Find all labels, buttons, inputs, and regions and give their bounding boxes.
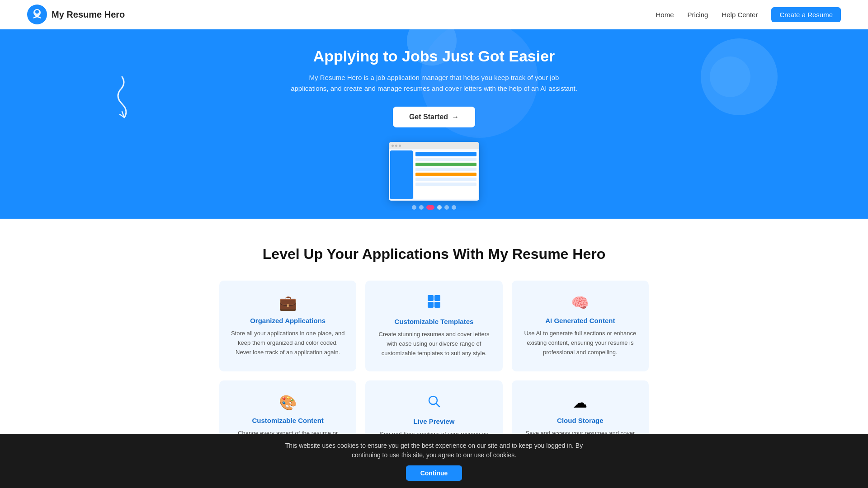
- screenshot-main: [414, 150, 478, 199]
- palette-icon: 🎨: [230, 394, 345, 411]
- features-title: Level Up Your Applications With My Resum…: [36, 246, 832, 263]
- hero-screenshot-area: [389, 142, 479, 210]
- carousel-dot-5[interactable]: [444, 205, 449, 210]
- hero-subtitle: My Resume Hero is a job application mana…: [289, 72, 579, 94]
- svg-rect-5: [428, 302, 434, 308]
- screenshot-topbar: [389, 142, 479, 149]
- screenshot-dot-3: [399, 145, 401, 147]
- cookie-continue-button[interactable]: Continue: [406, 465, 462, 480]
- screenshot-row-1: [415, 152, 476, 156]
- carousel-dot-2[interactable]: [419, 205, 424, 210]
- svg-point-2: [35, 10, 39, 14]
- carousel-dots: [412, 205, 456, 210]
- screenshot-sidebar: [390, 150, 413, 199]
- screenshot-dot-2: [395, 145, 397, 147]
- feature-title-organized: Organized Applications: [230, 317, 345, 324]
- nav-pricing[interactable]: Pricing: [688, 11, 708, 19]
- feature-title-templates: Customizable Templates: [376, 318, 491, 325]
- cookie-banner: This website uses cookies to ensure you …: [0, 434, 868, 480]
- screenshot-row-6: [415, 178, 476, 181]
- cloud-icon: ☁: [523, 394, 638, 411]
- briefcase-icon: 💼: [230, 294, 345, 311]
- hero-decoration-circle-3: [710, 56, 750, 97]
- get-started-label: Get Started: [409, 113, 448, 121]
- nav-help-center[interactable]: Help Center: [722, 11, 758, 19]
- get-started-button[interactable]: Get Started →: [393, 107, 475, 127]
- feature-desc-organized: Store all your applications in one place…: [230, 329, 345, 357]
- screenshot-dot-1: [392, 145, 394, 147]
- feature-card-ai: 🧠 AI Generated Content Use AI to generat…: [512, 281, 649, 371]
- app-screenshot: [389, 142, 479, 201]
- create-resume-button[interactable]: Create a Resume: [771, 7, 841, 22]
- search-icon: [376, 394, 491, 412]
- screenshot-row-7: [415, 183, 476, 186]
- svg-rect-3: [428, 295, 434, 301]
- brand-name: My Resume Hero: [52, 9, 125, 20]
- brand-logo: [27, 5, 47, 24]
- cookie-text: This website uses cookies to ensure you …: [276, 441, 592, 460]
- screenshot-row-3: [415, 163, 476, 166]
- screenshot-row-4: [415, 168, 476, 171]
- screenshot-row-5: [415, 173, 476, 176]
- feature-title-customizable: Customizable Content: [230, 417, 345, 424]
- svg-rect-4: [434, 295, 440, 301]
- feature-title-cloud: Cloud Storage: [523, 417, 638, 424]
- feature-card-organized-applications: 💼 Organized Applications Store all your …: [219, 281, 356, 371]
- hero-content: Applying to Jobs Just Got Easier My Resu…: [289, 47, 579, 142]
- feature-desc-ai: Use AI to generate full sections or enha…: [523, 329, 638, 357]
- hero-squiggle-decoration: [108, 75, 136, 128]
- carousel-dot-4[interactable]: [437, 205, 442, 210]
- arrow-icon: →: [452, 113, 459, 121]
- svg-line-8: [436, 404, 439, 407]
- feature-desc-templates: Create stunning resumes and cover letter…: [376, 330, 491, 358]
- carousel-dot-6[interactable]: [452, 205, 456, 210]
- feature-card-templates: Customizable Templates Create stunning r…: [365, 281, 502, 371]
- carousel-dot-1[interactable]: [412, 205, 416, 210]
- feature-title-preview: Live Preview: [376, 418, 491, 425]
- template-icon: [376, 294, 491, 312]
- svg-rect-6: [434, 302, 440, 308]
- nav-links: Home Pricing Help Center Create a Resume: [656, 7, 841, 22]
- navbar: My Resume Hero Home Pricing Help Center …: [0, 0, 868, 29]
- nav-home[interactable]: Home: [656, 11, 674, 19]
- hero-section: Applying to Jobs Just Got Easier My Resu…: [0, 29, 868, 219]
- carousel-dot-3[interactable]: [426, 205, 434, 210]
- feature-title-ai: AI Generated Content: [523, 317, 638, 324]
- screenshot-body: [389, 149, 479, 201]
- brand-link[interactable]: My Resume Hero: [27, 5, 125, 24]
- ai-brain-icon: 🧠: [523, 294, 638, 311]
- screenshot-row-2: [415, 158, 476, 161]
- hero-title: Applying to Jobs Just Got Easier: [289, 47, 579, 65]
